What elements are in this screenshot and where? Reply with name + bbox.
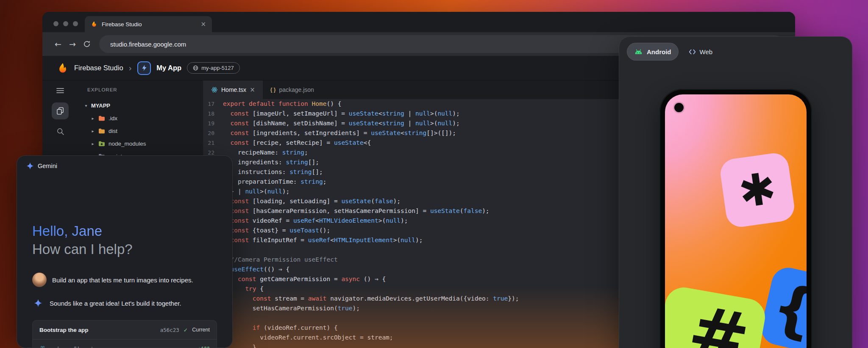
back-arrow-icon: ←	[55, 39, 61, 49]
device-tabs: Android Web	[627, 43, 719, 61]
react-icon	[211, 86, 218, 93]
brace-card: {	[758, 265, 807, 348]
app-id-label: my-app-5127	[201, 65, 234, 71]
file-path: src/pages/Home.tsx	[50, 345, 98, 348]
folder-name: dist	[108, 128, 117, 134]
asterisk-glyph: ✱	[735, 162, 779, 218]
hamburger-icon	[56, 88, 64, 94]
folder-name: node_modules	[108, 141, 146, 147]
react-icon	[39, 345, 46, 348]
breadcrumb-product[interactable]: Firebase Studio	[74, 64, 123, 72]
changed-file-row[interactable]: src/pages/Home.tsx +122	[33, 339, 217, 348]
url-text: studio.firebase.google.com	[110, 41, 186, 48]
gemini-panel: Gemini Hello, Jane How can I help? Build…	[17, 155, 233, 348]
explorer-button[interactable]	[52, 102, 69, 119]
folder-icon	[98, 128, 105, 134]
code-text: ingredients: string[];	[223, 157, 319, 167]
window-control-minimize[interactable]	[63, 21, 68, 26]
window-control-close[interactable]	[53, 21, 58, 26]
android-icon	[634, 49, 643, 55]
line-number: 20	[203, 128, 223, 138]
code-brackets-icon	[689, 49, 696, 55]
sidebar-item-idx[interactable]: ▸.idx	[78, 112, 203, 124]
globe-icon	[193, 65, 198, 71]
hash-glyph: #	[683, 296, 754, 348]
tree-root[interactable]: ▾ MYAPP	[78, 99, 203, 112]
hash-card: #	[665, 284, 768, 348]
code-text: useEffect(() ⇒ {	[223, 265, 289, 274]
chevron-right-icon: ▸	[91, 141, 95, 146]
tab-label: Android	[647, 48, 671, 55]
code-text: videoRef.current.srcObject = stream;	[223, 333, 393, 342]
code-text: preparationTime: string;	[223, 177, 326, 187]
tab-close-icon[interactable]: ×	[200, 20, 206, 28]
line-number: 18	[203, 109, 223, 119]
tab-home-tsx[interactable]: Home.tsx ×	[203, 80, 263, 99]
code-text: recipeName: string;	[223, 148, 308, 157]
sidebar-item-dist[interactable]: ▸dist	[78, 124, 203, 137]
close-icon[interactable]: ×	[250, 86, 255, 94]
greeting-name: Hello, Jane	[32, 222, 133, 240]
forward-button[interactable]: →	[65, 37, 80, 51]
window-control-maximize[interactable]	[73, 21, 78, 26]
tree-root-label: MYAPP	[91, 102, 110, 109]
check-icon: ✓	[184, 327, 188, 333]
user-message-row: Build an app that lets me turn images in…	[32, 273, 222, 287]
line-number: 19	[203, 119, 223, 128]
back-button[interactable]: ←	[51, 37, 65, 51]
search-icon	[56, 127, 64, 135]
explorer-title: EXPLORER	[78, 80, 203, 99]
folder-name: .idx	[108, 115, 117, 122]
tab-web[interactable]: Web	[682, 43, 720, 61]
task-card-header: Bootstrap the app a56c23 ✓ Current	[33, 320, 217, 339]
code-text: const [hasCameraPermission, setHasCamera…	[223, 206, 490, 216]
status-label: Current	[192, 327, 210, 333]
code-text: if (videoRef.current) {	[223, 323, 338, 333]
reload-icon	[83, 40, 91, 48]
firebase-favicon	[91, 21, 97, 28]
search-button[interactable]	[53, 124, 68, 139]
app-icon	[137, 61, 151, 75]
menu-button[interactable]	[53, 83, 68, 98]
code-text: } | null>(null);	[223, 187, 289, 196]
line-number: 17	[203, 99, 223, 109]
gemini-title: Gemini	[38, 163, 57, 169]
code-text: const [dishName, setDishName] = useState…	[223, 119, 460, 128]
tab-android[interactable]: Android	[627, 43, 679, 61]
code-text: const [loading, setLoading] = useState(f…	[223, 196, 401, 206]
reload-button[interactable]	[80, 37, 94, 51]
code-text: const stream = await navigator.mediaDevi…	[223, 294, 519, 304]
tab-package-json[interactable]: { } package.json	[263, 80, 322, 99]
code-text: const fileInputRef = useRef<HTMLInputEle…	[223, 235, 423, 245]
phone-screen: ✱ { #	[665, 94, 807, 348]
phone-frame: ✱ { #	[659, 89, 812, 348]
code-text: const [recipe, setRecipe] = useState<{	[223, 138, 371, 148]
device-preview-panel: Android Web ✱ { #	[619, 36, 852, 348]
tab-label: Web	[700, 48, 713, 55]
assistant-message: Sounds like a great idea! Let's build it…	[50, 300, 181, 307]
chevron-right-icon: ▸	[91, 129, 95, 133]
braces-icon: { }	[270, 87, 276, 93]
line-number: 21	[203, 138, 223, 148]
assistant-message-row: Sounds like a great idea! Let's build it…	[32, 299, 222, 307]
tab-title: Firebase Studio	[102, 21, 196, 28]
sidebar-item-node-modules[interactable]: ▸node_modules	[78, 137, 203, 150]
commit-hash: a56c23	[160, 327, 179, 333]
app-id-badge[interactable]: my-app-5127	[187, 62, 240, 74]
code-text: const [imageUrl, setImageUrl] = useState…	[223, 109, 460, 119]
code-text: setHasCameraPermission(true);	[223, 304, 360, 313]
forward-arrow-icon: →	[69, 39, 76, 49]
breadcrumb-app-name[interactable]: My App	[156, 64, 181, 72]
code-text: const {toast} = useToast();	[223, 226, 330, 235]
chevron-down-icon: ▾	[84, 103, 88, 108]
brace-glyph: {	[765, 270, 807, 348]
task-card[interactable]: Bootstrap the app a56c23 ✓ Current src/p…	[32, 320, 217, 348]
window-chrome: Firebase Studio ×	[42, 12, 795, 32]
greeting-question: How can I help?	[32, 240, 133, 258]
browser-tab[interactable]: Firebase Studio ×	[85, 16, 212, 32]
code-text: const [ingredients, setIngredients] = us…	[223, 128, 456, 138]
user-avatar	[32, 273, 47, 287]
folder-icon	[98, 115, 105, 122]
chevron-right-icon: ▸	[91, 116, 95, 121]
asterisk-card: ✱	[719, 152, 796, 229]
